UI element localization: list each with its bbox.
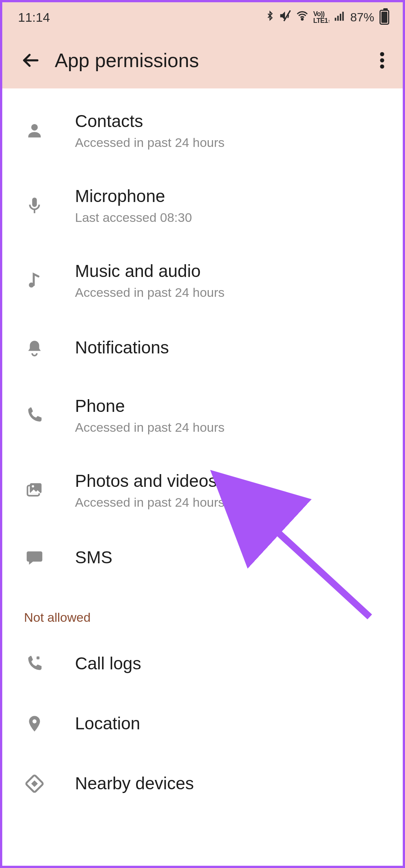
volte-indicator: Vo)) LTE1↑ — [313, 10, 330, 24]
permission-row-calllog[interactable]: Call logs — [2, 634, 403, 694]
more-vert-icon — [380, 52, 384, 69]
permission-row-location[interactable]: Location — [2, 694, 403, 754]
svg-point-9 — [380, 64, 384, 69]
permission-row-phone[interactable]: PhoneAccessed in past 24 hours — [2, 378, 403, 453]
app-bar: App permissions — [2, 32, 403, 88]
permission-text: Notifications — [75, 337, 169, 358]
permission-row-music[interactable]: Music and audioAccessed in past 24 hours — [2, 243, 403, 318]
wifi-icon — [295, 10, 309, 25]
permission-text: SMS — [75, 547, 112, 568]
more-options-button[interactable] — [369, 47, 395, 73]
permission-subtitle: Accessed in past 24 hours — [75, 495, 225, 510]
permission-subtitle: Accessed in past 24 hours — [75, 135, 225, 150]
mic-icon — [23, 194, 46, 217]
permission-row-mic[interactable]: MicrophoneLast accessed 08:30 — [2, 168, 403, 243]
permission-title: Location — [75, 713, 140, 734]
permission-text: PhoneAccessed in past 24 hours — [75, 396, 225, 435]
permission-row-person[interactable]: ContactsAccessed in past 24 hours — [2, 93, 403, 168]
phone-icon — [23, 404, 46, 427]
permission-subtitle: Accessed in past 24 hours — [75, 285, 225, 300]
permission-title: Music and audio — [75, 261, 225, 281]
permissions-list: ContactsAccessed in past 24 hoursMicroph… — [2, 88, 403, 814]
permission-title: Notifications — [75, 337, 169, 358]
svg-rect-3 — [337, 16, 339, 21]
permission-title: Phone — [75, 396, 225, 416]
permission-title: Call logs — [75, 653, 141, 674]
sms-icon — [23, 546, 46, 569]
permission-subtitle: Last accessed 08:30 — [75, 210, 192, 225]
mute-icon — [279, 9, 291, 25]
status-right: Vo)) LTE1↑ 87% — [265, 9, 389, 26]
permission-text: MicrophoneLast accessed 08:30 — [75, 186, 192, 225]
back-button[interactable] — [17, 47, 44, 73]
permission-title: Contacts — [75, 111, 225, 132]
music-icon — [23, 269, 46, 292]
section-not-allowed: Not allowed — [2, 588, 403, 634]
page-title: App permissions — [55, 49, 369, 72]
bluetooth-icon — [265, 9, 275, 26]
svg-rect-4 — [340, 14, 341, 21]
permission-title: Photos and videos — [75, 471, 225, 491]
permission-row-nearby[interactable]: Nearby devices — [2, 754, 403, 814]
location-icon — [23, 712, 46, 735]
permission-text: Music and audioAccessed in past 24 hours — [75, 261, 225, 300]
svg-point-8 — [380, 58, 384, 63]
permission-text: Nearby devices — [75, 773, 194, 794]
permission-text: Call logs — [75, 653, 141, 674]
permission-row-gallery[interactable]: Photos and videosAccessed in past 24 hou… — [2, 453, 403, 528]
svg-point-1 — [302, 18, 303, 20]
nearby-icon — [23, 772, 46, 795]
bell-icon — [23, 337, 46, 359]
permission-row-bell[interactable]: Notifications — [2, 318, 403, 378]
gallery-icon — [23, 479, 46, 501]
permission-text: ContactsAccessed in past 24 hours — [75, 111, 225, 150]
permission-title: Nearby devices — [75, 773, 194, 794]
signal-icon — [334, 10, 346, 25]
person-icon — [23, 119, 46, 142]
arrow-left-icon — [21, 51, 40, 70]
permission-row-sms[interactable]: SMS — [2, 528, 403, 588]
status-time: 11:14 — [18, 10, 50, 25]
svg-rect-2 — [335, 18, 336, 21]
svg-rect-5 — [342, 12, 344, 21]
permission-title: SMS — [75, 547, 112, 568]
permission-text: Location — [75, 713, 140, 734]
permission-text: Photos and videosAccessed in past 24 hou… — [75, 471, 225, 510]
status-bar: 11:14 Vo)) LTE1↑ — [2, 2, 403, 32]
battery-icon — [380, 10, 389, 25]
battery-percent: 87% — [350, 10, 374, 24]
calllog-icon — [23, 652, 46, 675]
permission-subtitle: Accessed in past 24 hours — [75, 420, 225, 435]
permission-title: Microphone — [75, 186, 192, 207]
svg-point-7 — [380, 52, 384, 56]
